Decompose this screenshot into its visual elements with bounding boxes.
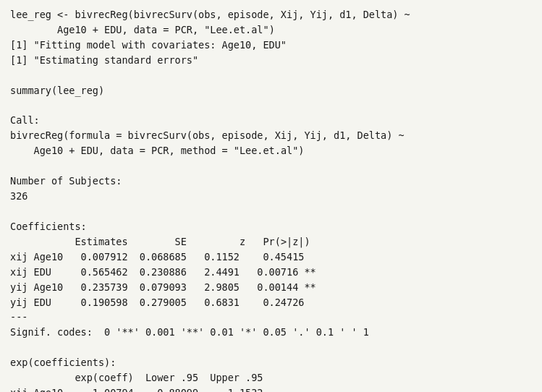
console-text: lee_reg <- bivrecReg(bivrecSurv(obs, epi… <box>10 7 532 392</box>
console-output: lee_reg <- bivrecReg(bivrecSurv(obs, epi… <box>10 7 532 392</box>
